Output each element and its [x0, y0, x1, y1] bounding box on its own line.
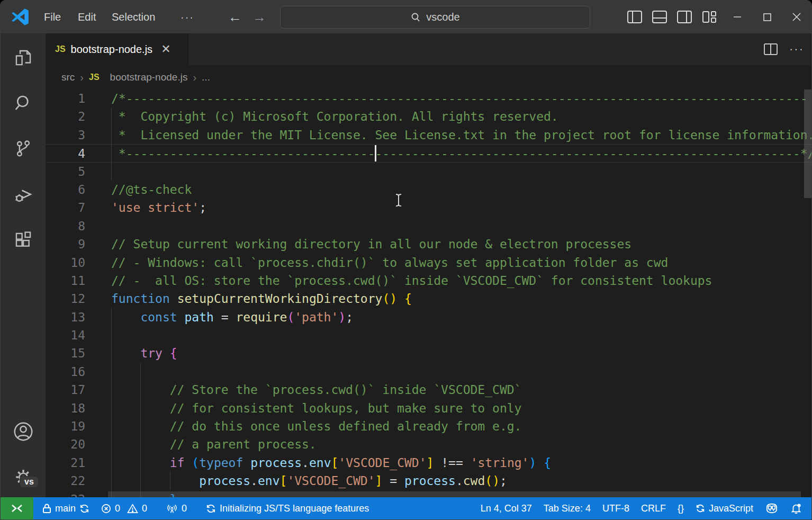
explorer-icon[interactable] — [1, 44, 46, 71]
status-language-mode[interactable]: JavaScript — [690, 497, 759, 519]
code-text: // for consistent lookups, but make sure… — [85, 399, 521, 417]
line-number[interactable]: 17 — [46, 381, 85, 399]
code-line[interactable]: 4 *-------------------------------------… — [46, 144, 811, 162]
navigate-forward-icon[interactable]: → — [250, 8, 268, 26]
line-number[interactable]: 9 — [46, 235, 85, 253]
line-number[interactable]: 19 — [46, 417, 85, 435]
account-icon[interactable] — [1, 418, 46, 445]
notifications-bell-icon[interactable] — [784, 497, 811, 519]
remote-indicator[interactable] — [1, 497, 33, 519]
toggle-panel-icon[interactable] — [652, 9, 667, 25]
extensions-icon[interactable] — [1, 227, 46, 254]
menu-file[interactable]: File — [38, 1, 67, 33]
source-control-icon[interactable] — [1, 135, 46, 163]
line-number[interactable]: 15 — [46, 344, 85, 362]
code-line[interactable]: 19 // do this once unless defined alread… — [46, 417, 811, 435]
code-line[interactable]: 6//@ts-check — [46, 181, 811, 199]
breadcrumb-symbol-ellipsis[interactable]: ... — [202, 71, 210, 83]
code-line[interactable]: 11// - all OS: store the `process.cwd()`… — [46, 272, 811, 290]
code-line[interactable]: 16 — [46, 363, 811, 381]
tab-close-icon[interactable]: ✕ — [161, 43, 170, 55]
line-number[interactable]: 1 — [46, 89, 85, 107]
code-line[interactable]: 14 — [46, 326, 811, 344]
code-line[interactable]: 5 — [46, 163, 811, 181]
line-number[interactable]: 14 — [46, 326, 85, 344]
code-text: //@ts-check — [85, 181, 192, 199]
split-editor-icon[interactable] — [764, 43, 778, 55]
status-encoding[interactable]: UTF-8 — [597, 497, 635, 519]
line-number[interactable]: 16 — [46, 363, 85, 381]
line-number[interactable]: 13 — [46, 308, 85, 326]
line-number[interactable]: 11 — [46, 272, 85, 290]
line-number[interactable]: 18 — [46, 399, 85, 417]
tab-bootstrap-node[interactable]: JS bootstrap-node.js ✕ — [46, 33, 188, 65]
line-number[interactable]: 8 — [46, 217, 85, 235]
line-number[interactable]: 3 — [46, 126, 85, 144]
code-line[interactable]: 1/*-------------------------------------… — [46, 89, 811, 107]
line-number[interactable]: 7 — [46, 199, 85, 217]
code-text: // do this once unless defined already f… — [85, 417, 521, 435]
code-text: /*--------------------------------------… — [85, 89, 807, 107]
code-line[interactable]: 8 — [46, 217, 811, 235]
line-number[interactable]: 4 — [46, 145, 85, 162]
code-line[interactable]: 12function setupCurrentWorkingDirectory(… — [46, 290, 811, 308]
breadcrumb-file[interactable]: bootstrap-node.js — [110, 71, 188, 83]
maximize-button[interactable] — [752, 1, 782, 33]
activity-bar: vs — [1, 33, 46, 498]
editor-more-actions-icon[interactable]: ··· — [789, 42, 804, 56]
toggle-primary-sidebar-icon[interactable] — [627, 9, 643, 25]
code-line[interactable]: 15 try { — [46, 344, 811, 362]
status-branch[interactable]: main — [37, 497, 95, 519]
search-sidebar-icon[interactable] — [1, 89, 46, 117]
code-line[interactable]: 3 * Licensed under the MIT License. See … — [46, 126, 811, 144]
line-number[interactable]: 5 — [46, 163, 85, 181]
line-number[interactable]: 6 — [46, 181, 85, 199]
code-text: try { — [85, 344, 177, 362]
close-button[interactable] — [782, 1, 811, 33]
status-ports[interactable]: 0 — [160, 497, 193, 519]
code-line[interactable]: 17 // Store the `process.cwd()` inside `… — [46, 381, 811, 399]
tab-label: bootstrap-node.js — [71, 43, 153, 56]
run-debug-icon[interactable] — [1, 181, 46, 208]
status-line-col[interactable]: Ln 4, Col 37 — [475, 497, 538, 519]
busy-message: Initializing JS/TS language features — [220, 503, 369, 514]
toggle-secondary-sidebar-icon[interactable] — [676, 9, 692, 25]
status-tab-size[interactable]: Tab Size: 4 — [538, 497, 597, 519]
settings-gear-icon[interactable]: vs — [1, 463, 46, 491]
minimize-button[interactable] — [723, 1, 752, 33]
status-language-busy[interactable]: Initializing JS/TS language features — [200, 497, 375, 519]
branch-name: main — [55, 503, 76, 514]
code-text: *---------------------------------------… — [85, 145, 811, 162]
status-eol[interactable]: CRLF — [635, 497, 672, 519]
status-problems[interactable]: 0 0 — [95, 497, 153, 519]
code-line[interactable]: 10// - Windows: call `process.chdir()` t… — [46, 254, 811, 272]
menu-edit[interactable]: Edit — [71, 1, 102, 33]
code-line[interactable]: 9// Setup current working directory in a… — [46, 235, 811, 253]
code-editor[interactable]: 1/*-------------------------------------… — [46, 89, 811, 498]
navigate-back-icon[interactable]: ← — [226, 8, 244, 26]
code-line[interactable]: 13 const path = require('path'); — [46, 308, 811, 326]
command-center-search[interactable]: vscode — [280, 6, 590, 29]
breadcrumb-folder[interactable]: src — [61, 71, 75, 83]
line-number[interactable]: 12 — [46, 290, 85, 308]
vertical-scrollbar[interactable] — [804, 89, 811, 198]
code-line[interactable]: 18 // for consistent lookups, but make s… — [46, 399, 811, 417]
line-number[interactable]: 20 — [46, 435, 85, 453]
line-number[interactable]: 21 — [46, 454, 85, 472]
code-line[interactable]: 21 if (typeof process.env['VSCODE_CWD'] … — [46, 454, 811, 472]
customize-layout-icon[interactable] — [701, 9, 717, 25]
code-line[interactable]: 22 process.env['VSCODE_CWD'] = process.c… — [46, 472, 811, 490]
menu-selection[interactable]: Selection — [105, 1, 161, 33]
menu-overflow[interactable]: ··· — [174, 1, 201, 33]
code-line[interactable]: 2 * Copyright (c) Microsoft Corporation.… — [46, 107, 811, 125]
indent-guide — [111, 107, 112, 181]
code-line[interactable]: 7'use strict'; — [46, 199, 811, 217]
code-line[interactable]: 20 // a parent process. — [46, 435, 811, 453]
search-icon — [410, 12, 421, 23]
copilot-icon[interactable] — [759, 497, 784, 519]
status-braces-action[interactable]: {} — [672, 497, 690, 519]
line-number[interactable]: 2 — [46, 107, 85, 125]
search-query-text: vscode — [426, 11, 459, 23]
line-number[interactable]: 22 — [46, 472, 85, 490]
line-number[interactable]: 10 — [46, 254, 85, 272]
